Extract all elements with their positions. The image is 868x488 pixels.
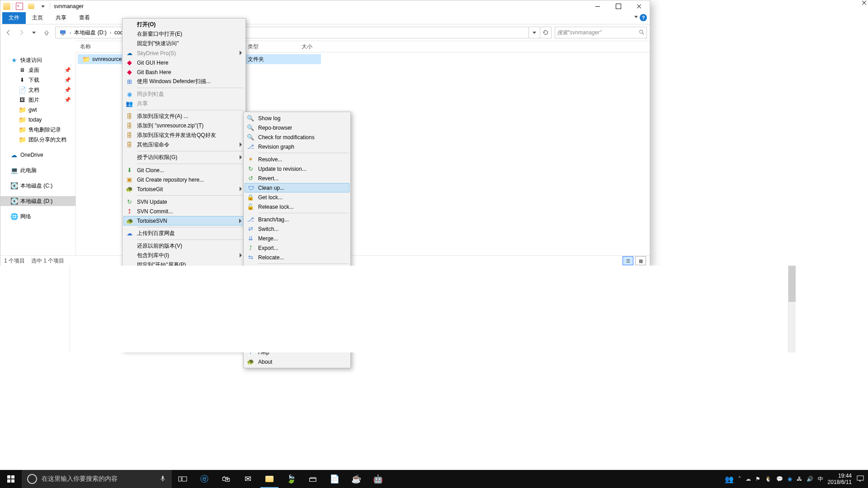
browser-scrollbar[interactable] bbox=[788, 266, 796, 352]
ctx-open[interactable]: 打开(O) bbox=[123, 20, 245, 29]
scrollbar-thumb[interactable] bbox=[788, 266, 796, 302]
taskbar-app-2[interactable]: 🗃 bbox=[302, 470, 324, 488]
nav-pictures[interactable]: 🖼图片📌 bbox=[0, 95, 75, 105]
nav-team-share[interactable]: 📁团队分享的文档 bbox=[0, 135, 75, 145]
view-details-button[interactable]: ☰ bbox=[623, 256, 633, 265]
ribbon-minimize-icon[interactable] bbox=[634, 16, 638, 18]
ctx-add-archive[interactable]: 🗄添加到压缩文件(A) ... bbox=[123, 112, 245, 121]
ctx-open-new-window[interactable]: 在新窗口中打开(E) bbox=[123, 29, 245, 39]
ctx-restore-previous[interactable]: 还原以前的版本(V) bbox=[123, 241, 245, 251]
qat-dropdown[interactable] bbox=[38, 1, 48, 11]
svn-update-revision[interactable]: ↻Update to revision... bbox=[245, 164, 349, 174]
column-size[interactable]: 大小 bbox=[297, 43, 374, 51]
nav-forward-button[interactable] bbox=[16, 27, 27, 38]
ctx-share[interactable]: 👥共享 bbox=[123, 99, 245, 108]
svn-release-lock[interactable]: 🔓Release lock... bbox=[245, 202, 349, 211]
svn-repo-browser[interactable]: 🔍Repo-browser bbox=[245, 123, 349, 132]
tray-ime-label[interactable]: 中 bbox=[818, 475, 823, 483]
ctx-git-bash[interactable]: ◆Git Bash Here bbox=[123, 67, 245, 77]
column-type[interactable]: 类型 bbox=[243, 43, 297, 51]
ctx-other-archive[interactable]: 🗄其他压缩命令 bbox=[123, 140, 245, 150]
nav-gwt[interactable]: 📁gwt bbox=[0, 105, 75, 115]
nav-downloads[interactable]: ⬇下载📌 bbox=[0, 75, 75, 85]
qat-properties-icon[interactable] bbox=[14, 1, 24, 11]
taskbar-edge[interactable]: ⓔ bbox=[193, 470, 215, 488]
nav-this-pc[interactable]: 💻此电脑 bbox=[0, 165, 75, 175]
tray-onedrive-icon[interactable]: ☁ bbox=[745, 476, 751, 482]
tab-share[interactable]: 共享 bbox=[49, 12, 73, 24]
start-button[interactable] bbox=[0, 470, 22, 488]
svn-revert[interactable]: ↺Revert... bbox=[245, 174, 349, 183]
svn-clean-up[interactable]: 🛡Clean up... bbox=[245, 183, 349, 192]
address-history-dropdown[interactable] bbox=[528, 27, 540, 38]
svn-relocate[interactable]: ⇆Relocate... bbox=[245, 253, 349, 262]
view-large-icons-button[interactable]: ▦ bbox=[635, 256, 646, 265]
ctx-defender[interactable]: ⊞使用 Windows Defender扫描... bbox=[123, 77, 245, 86]
minimize-button[interactable] bbox=[587, 0, 608, 12]
tray-people-icon[interactable]: 👥 bbox=[725, 475, 734, 483]
ctx-svn-update[interactable]: ↻SVN Update bbox=[123, 197, 245, 206]
ctx-tortoisesvn[interactable]: 🐢TortoiseSVN bbox=[123, 216, 245, 225]
svn-show-log[interactable]: 🔍Show log bbox=[245, 113, 349, 123]
svn-revision-graph[interactable]: ⎇Revision graph bbox=[245, 142, 349, 151]
nav-recent-dropdown[interactable] bbox=[28, 27, 39, 38]
nav-disk-d[interactable]: 💽本地磁盘 (D:) bbox=[0, 196, 75, 206]
ctx-pin-quick-access[interactable]: 固定到"快速访问" bbox=[123, 39, 245, 48]
tray-security-icon[interactable]: ⚑ bbox=[755, 476, 760, 482]
tray-notifications-icon[interactable] bbox=[856, 474, 864, 484]
taskbar-app-5[interactable]: 🤖 bbox=[367, 470, 389, 488]
nav-today[interactable]: 📁today bbox=[0, 115, 75, 125]
ctx-tortoisegit[interactable]: 🐢TortoiseGit bbox=[123, 184, 245, 194]
taskbar-app-4[interactable]: ☕ bbox=[345, 470, 367, 488]
svn-check-mods[interactable]: 🔍Check for modifications bbox=[245, 132, 349, 142]
chevron-right-icon[interactable]: › bbox=[68, 30, 72, 35]
taskbar-store[interactable]: 🛍 bbox=[215, 470, 237, 488]
svn-branch-tag[interactable]: ⎇Branch/tag... bbox=[245, 215, 349, 224]
task-view-button[interactable] bbox=[172, 470, 193, 488]
svn-about[interactable]: 🐢About bbox=[245, 357, 349, 366]
tray-network-icon[interactable]: 🖧 bbox=[797, 476, 802, 482]
breadcrumb-segment[interactable]: 本地磁盘 (D:) bbox=[72, 29, 108, 37]
tab-file[interactable]: 文件 bbox=[2, 12, 26, 24]
ctx-upload-baidu[interactable]: ☁上传到百度网盘 bbox=[123, 229, 245, 238]
taskbar-app-1[interactable]: 🍃 bbox=[280, 470, 302, 488]
ctx-skydrive[interactable]: ☁SkyDrive Pro(S) bbox=[123, 48, 245, 58]
ctx-include-library[interactable]: 包含到库中(I) bbox=[123, 251, 245, 260]
nav-disk-c[interactable]: 💽本地磁盘 (C:) bbox=[0, 181, 75, 191]
tab-home[interactable]: 主页 bbox=[26, 12, 49, 24]
qat-folder-icon[interactable] bbox=[26, 1, 36, 11]
tray-overflow-icon[interactable]: ˄ bbox=[738, 476, 741, 482]
nav-back-button[interactable] bbox=[3, 27, 14, 38]
ctx-svn-commit[interactable]: ↥SVN Commit... bbox=[123, 206, 245, 216]
cortana-search[interactable]: 在这里输入你要搜索的内容 bbox=[22, 470, 172, 488]
nav-documents[interactable]: 📄文档📌 bbox=[0, 85, 75, 95]
ctx-sync-dingpan[interactable]: ◉同步到钉盘 bbox=[123, 89, 245, 99]
ctx-git-clone[interactable]: ⬇Git Clone... bbox=[123, 165, 245, 175]
svn-resolve[interactable]: ✶Resolve... bbox=[245, 155, 349, 164]
taskbar-explorer[interactable] bbox=[259, 470, 280, 488]
nav-sale-delete[interactable]: 📁售电删除记录 bbox=[0, 125, 75, 135]
nav-up-button[interactable] bbox=[41, 27, 52, 38]
ctx-add-archive-qq[interactable]: 🗄添加到压缩文件并发送给QQ好友 bbox=[123, 131, 245, 140]
tray-volume-icon[interactable]: 🔊 bbox=[807, 476, 813, 482]
maximize-button[interactable] bbox=[608, 0, 629, 12]
taskbar-mail[interactable]: ✉ bbox=[237, 470, 259, 488]
tray-dingtalk-icon[interactable]: ◉ bbox=[788, 476, 792, 482]
ctx-git-gui[interactable]: ◆Git GUI Here bbox=[123, 58, 245, 67]
nav-desktop[interactable]: 🖥桌面📌 bbox=[0, 65, 75, 75]
svn-switch[interactable]: ⇄Switch... bbox=[245, 224, 349, 234]
nav-quick-access[interactable]: ★快速访问 bbox=[0, 55, 75, 65]
microphone-icon[interactable] bbox=[159, 475, 166, 482]
nav-onedrive[interactable]: ☁OneDrive bbox=[0, 150, 75, 160]
svn-merge[interactable]: ⇊Merge... bbox=[245, 234, 349, 243]
close-button[interactable] bbox=[629, 0, 650, 12]
tab-view[interactable]: 查看 bbox=[73, 12, 96, 24]
nav-network[interactable]: 🌐网络 bbox=[0, 211, 75, 221]
tray-wechat-icon[interactable]: 💬 bbox=[776, 476, 783, 482]
svn-export[interactable]: ⤴Export... bbox=[245, 243, 349, 253]
search-input[interactable]: 搜索"svnmanager" bbox=[555, 27, 647, 38]
chevron-right-icon[interactable]: › bbox=[108, 30, 113, 35]
taskbar-app-3[interactable]: 📄 bbox=[324, 470, 345, 488]
background-close-icon[interactable] bbox=[862, 0, 868, 6]
refresh-button[interactable] bbox=[540, 27, 551, 38]
